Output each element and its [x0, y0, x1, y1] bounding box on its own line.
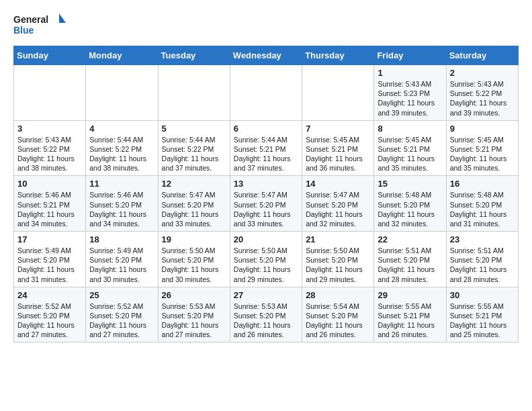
day-info: Sunrise: 5:45 AMSunset: 5:21 PMDaylight:…: [378, 135, 442, 173]
svg-text:General: General: [13, 14, 48, 25]
day-number: 3: [17, 124, 82, 134]
day-number: 9: [450, 124, 515, 134]
calendar-cell: 15Sunrise: 5:48 AMSunset: 5:20 PMDayligh…: [374, 176, 446, 232]
calendar-cell: 24Sunrise: 5:52 AMSunset: 5:20 PMDayligh…: [14, 287, 86, 342]
calendar-table: SundayMondayTuesdayWednesdayThursdayFrid…: [13, 46, 519, 342]
day-info: Sunrise: 5:52 AMSunset: 5:20 PMDaylight:…: [17, 302, 82, 340]
day-number: 23: [450, 234, 515, 244]
calendar-week-row: 10Sunrise: 5:46 AMSunset: 5:21 PMDayligh…: [14, 176, 519, 232]
day-info: Sunrise: 5:50 AMSunset: 5:20 PMDaylight:…: [234, 246, 298, 284]
day-number: 10: [17, 179, 82, 189]
day-info: Sunrise: 5:54 AMSunset: 5:20 PMDaylight:…: [306, 302, 370, 340]
day-number: 29: [378, 290, 442, 300]
calendar-cell: [302, 65, 374, 121]
calendar-cell: 14Sunrise: 5:47 AMSunset: 5:20 PMDayligh…: [302, 176, 374, 232]
day-number: 15: [378, 179, 442, 189]
day-info: Sunrise: 5:46 AMSunset: 5:20 PMDaylight:…: [89, 190, 154, 228]
day-number: 2: [450, 68, 515, 78]
day-info: Sunrise: 5:55 AMSunset: 5:21 PMDaylight:…: [378, 302, 442, 340]
day-info: Sunrise: 5:44 AMSunset: 5:22 PMDaylight:…: [162, 135, 226, 173]
calendar-header-row: SundayMondayTuesdayWednesdayThursdayFrid…: [14, 46, 519, 65]
calendar-cell: 3Sunrise: 5:43 AMSunset: 5:22 PMDaylight…: [14, 120, 86, 176]
calendar-week-row: 1Sunrise: 5:43 AMSunset: 5:23 PMDaylight…: [14, 65, 519, 121]
day-number: 30: [450, 290, 515, 300]
day-number: 13: [234, 179, 298, 189]
calendar-cell: [86, 65, 158, 121]
calendar-cell: 8Sunrise: 5:45 AMSunset: 5:21 PMDaylight…: [374, 120, 446, 176]
day-info: Sunrise: 5:48 AMSunset: 5:20 PMDaylight:…: [450, 190, 515, 228]
calendar-cell: [158, 65, 230, 121]
day-number: 21: [306, 234, 370, 244]
day-number: 4: [89, 124, 154, 134]
calendar-cell: 10Sunrise: 5:46 AMSunset: 5:21 PMDayligh…: [14, 176, 86, 232]
calendar-cell: 19Sunrise: 5:50 AMSunset: 5:20 PMDayligh…: [158, 232, 230, 287]
calendar-cell: 12Sunrise: 5:47 AMSunset: 5:20 PMDayligh…: [158, 176, 230, 232]
day-info: Sunrise: 5:47 AMSunset: 5:20 PMDaylight:…: [162, 190, 226, 228]
logo-svg: General Blue: [13, 11, 67, 40]
day-info: Sunrise: 5:44 AMSunset: 5:21 PMDaylight:…: [234, 135, 298, 173]
calendar-cell: 30Sunrise: 5:55 AMSunset: 5:21 PMDayligh…: [446, 287, 518, 342]
day-number: 22: [378, 234, 442, 244]
calendar-day-header: Tuesday: [158, 46, 230, 65]
calendar-cell: 20Sunrise: 5:50 AMSunset: 5:20 PMDayligh…: [230, 232, 302, 287]
page: General Blue SundayMondayTuesdayWednesda…: [0, 0, 532, 353]
day-info: Sunrise: 5:49 AMSunset: 5:20 PMDaylight:…: [89, 246, 154, 284]
day-info: Sunrise: 5:49 AMSunset: 5:20 PMDaylight:…: [17, 246, 82, 284]
day-info: Sunrise: 5:48 AMSunset: 5:20 PMDaylight:…: [378, 190, 442, 228]
calendar-day-header: Sunday: [14, 46, 86, 65]
calendar-day-header: Saturday: [446, 46, 518, 65]
day-info: Sunrise: 5:51 AMSunset: 5:20 PMDaylight:…: [450, 246, 515, 284]
day-number: 20: [234, 234, 298, 244]
day-info: Sunrise: 5:47 AMSunset: 5:20 PMDaylight:…: [306, 190, 370, 228]
day-info: Sunrise: 5:55 AMSunset: 5:21 PMDaylight:…: [450, 302, 515, 340]
day-number: 25: [89, 290, 154, 300]
day-number: 6: [234, 124, 298, 134]
day-number: 27: [234, 290, 298, 300]
calendar-cell: 27Sunrise: 5:53 AMSunset: 5:20 PMDayligh…: [230, 287, 302, 342]
day-info: Sunrise: 5:44 AMSunset: 5:22 PMDaylight:…: [89, 135, 154, 173]
day-info: Sunrise: 5:45 AMSunset: 5:21 PMDaylight:…: [450, 135, 515, 173]
header: General Blue: [13, 11, 519, 40]
calendar-cell: 9Sunrise: 5:45 AMSunset: 5:21 PMDaylight…: [446, 120, 518, 176]
day-info: Sunrise: 5:53 AMSunset: 5:20 PMDaylight:…: [162, 302, 226, 340]
day-info: Sunrise: 5:51 AMSunset: 5:20 PMDaylight:…: [378, 246, 442, 284]
day-number: 7: [306, 124, 370, 134]
day-info: Sunrise: 5:52 AMSunset: 5:20 PMDaylight:…: [89, 302, 154, 340]
calendar-cell: 23Sunrise: 5:51 AMSunset: 5:20 PMDayligh…: [446, 232, 518, 287]
day-number: 11: [89, 179, 154, 189]
calendar-week-row: 3Sunrise: 5:43 AMSunset: 5:22 PMDaylight…: [14, 120, 519, 176]
calendar-cell: 2Sunrise: 5:43 AMSunset: 5:22 PMDaylight…: [446, 65, 518, 121]
day-number: 12: [162, 179, 226, 189]
calendar-cell: 25Sunrise: 5:52 AMSunset: 5:20 PMDayligh…: [86, 287, 158, 342]
svg-text:Blue: Blue: [13, 25, 34, 36]
calendar-cell: [14, 65, 86, 121]
day-info: Sunrise: 5:53 AMSunset: 5:20 PMDaylight:…: [234, 302, 298, 340]
calendar-cell: 7Sunrise: 5:45 AMSunset: 5:21 PMDaylight…: [302, 120, 374, 176]
calendar-day-header: Wednesday: [230, 46, 302, 65]
calendar-day-header: Monday: [86, 46, 158, 65]
day-info: Sunrise: 5:50 AMSunset: 5:20 PMDaylight:…: [162, 246, 226, 284]
day-number: 19: [162, 234, 226, 244]
day-number: 5: [162, 124, 226, 134]
calendar-cell: 11Sunrise: 5:46 AMSunset: 5:20 PMDayligh…: [86, 176, 158, 232]
day-info: Sunrise: 5:43 AMSunset: 5:23 PMDaylight:…: [378, 79, 442, 118]
day-info: Sunrise: 5:47 AMSunset: 5:20 PMDaylight:…: [234, 190, 298, 228]
day-number: 28: [306, 290, 370, 300]
calendar-day-header: Thursday: [302, 46, 374, 65]
day-number: 24: [17, 290, 82, 300]
calendar-cell: 1Sunrise: 5:43 AMSunset: 5:23 PMDaylight…: [374, 65, 446, 121]
calendar-day-header: Friday: [374, 46, 446, 65]
calendar-cell: 21Sunrise: 5:50 AMSunset: 5:20 PMDayligh…: [302, 232, 374, 287]
calendar-cell: 17Sunrise: 5:49 AMSunset: 5:20 PMDayligh…: [14, 232, 86, 287]
day-number: 17: [17, 234, 82, 244]
day-info: Sunrise: 5:50 AMSunset: 5:20 PMDaylight:…: [306, 246, 370, 284]
svg-marker-2: [59, 13, 66, 23]
calendar-week-row: 24Sunrise: 5:52 AMSunset: 5:20 PMDayligh…: [14, 287, 519, 342]
calendar-cell: 22Sunrise: 5:51 AMSunset: 5:20 PMDayligh…: [374, 232, 446, 287]
day-info: Sunrise: 5:43 AMSunset: 5:22 PMDaylight:…: [17, 135, 82, 173]
day-number: 1: [378, 68, 442, 78]
day-number: 16: [450, 179, 515, 189]
calendar-cell: 28Sunrise: 5:54 AMSunset: 5:20 PMDayligh…: [302, 287, 374, 342]
calendar-cell: 16Sunrise: 5:48 AMSunset: 5:20 PMDayligh…: [446, 176, 518, 232]
day-info: Sunrise: 5:43 AMSunset: 5:22 PMDaylight:…: [450, 79, 515, 118]
